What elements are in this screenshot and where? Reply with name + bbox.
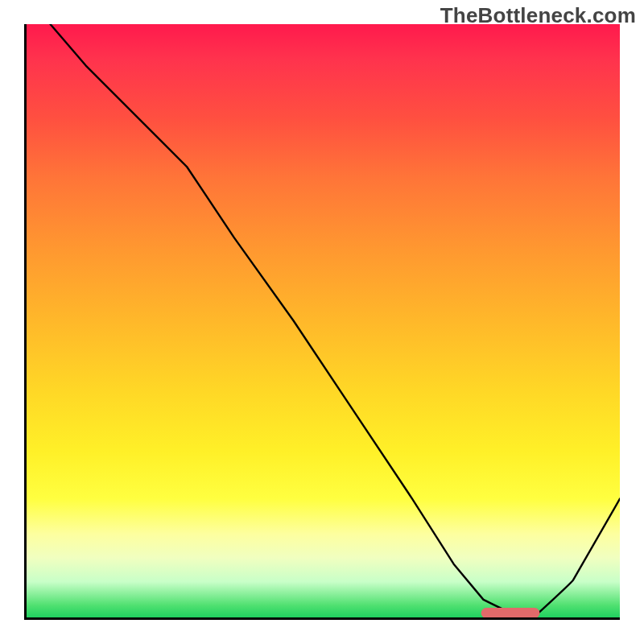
optimal-marker — [481, 608, 540, 617]
chart-container: TheBottleneck.com — [0, 0, 644, 644]
plot-area — [24, 24, 620, 620]
bottleneck-curve — [50, 24, 620, 614]
chart-svg — [27, 24, 620, 617]
